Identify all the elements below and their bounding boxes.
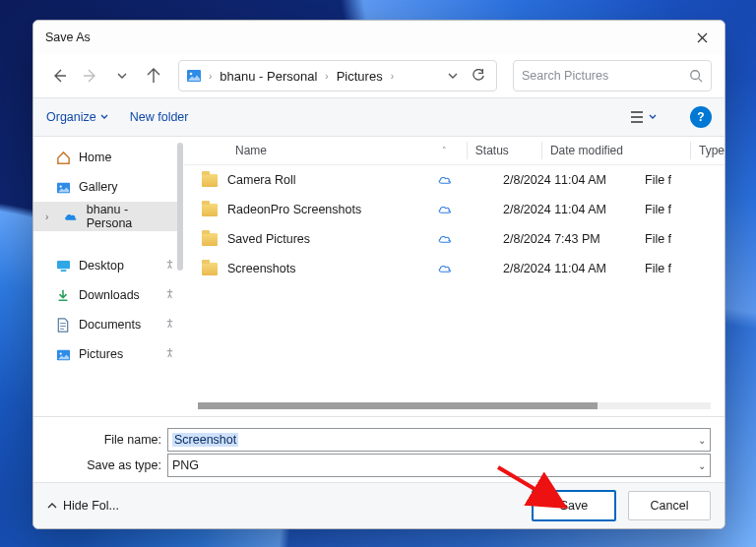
footer: Hide Fol... Save Cancel	[33, 482, 724, 528]
svg-rect-5	[57, 260, 70, 268]
onedrive-icon	[63, 209, 79, 224]
sort-ascending-icon: ˄	[442, 146, 447, 155]
svg-rect-6	[60, 270, 66, 272]
horizontal-scrollbar[interactable]	[198, 398, 711, 412]
sidebar-label: Pictures	[79, 347, 123, 361]
file-row[interactable]: Screenshots2/8/2024 11:04 AMFile f	[184, 254, 724, 283]
organize-label: Organize	[46, 110, 96, 124]
breadcrumb-root[interactable]: bhanu - Personal	[216, 67, 321, 86]
chevron-down-icon[interactable]: ⌄	[698, 435, 706, 446]
folder-icon	[202, 204, 218, 216]
sidebar-item-desktop[interactable]: Desktop	[33, 251, 183, 280]
column-type-label: Type	[699, 144, 724, 157]
file-type: File f	[645, 262, 671, 275]
sidebar-label: Downloads	[79, 288, 140, 302]
list-view-icon	[629, 110, 645, 124]
pin-icon	[164, 318, 175, 332]
file-row[interactable]: Camera Roll2/8/2024 11:04 AMFile f	[184, 165, 724, 195]
downloads-icon	[55, 287, 71, 303]
column-header-type[interactable]: Type	[691, 144, 724, 157]
column-header-date[interactable]: Date modified	[542, 144, 690, 157]
new-folder-button[interactable]: New folder	[130, 110, 189, 124]
sidebar-item-home[interactable]: Home	[33, 143, 183, 172]
file-type: File f	[645, 203, 671, 216]
cloud-status-icon	[436, 171, 454, 189]
home-icon	[55, 150, 71, 165]
new-folder-label: New folder	[130, 110, 189, 124]
sidebar-scrollbar[interactable]	[177, 143, 183, 271]
search-placeholder: Search Pictures	[522, 69, 689, 83]
help-button[interactable]: ?	[690, 106, 712, 128]
file-row[interactable]: RadeonPro Screenshots2/8/2024 11:04 AMFi…	[184, 195, 724, 224]
filename-input[interactable]: Screenshot ⌄	[167, 428, 711, 452]
savetype-select[interactable]: PNG ⌄	[167, 454, 711, 477]
refresh-button[interactable]	[467, 69, 490, 83]
scroll-thumb[interactable]	[198, 402, 598, 409]
close-button[interactable]	[679, 21, 724, 54]
view-options-button[interactable]	[629, 110, 657, 124]
breadcrumb-separator-icon: ›	[323, 71, 330, 82]
close-icon	[697, 32, 708, 43]
sidebar-item-documents[interactable]: Documents	[33, 310, 183, 339]
chevron-up-icon	[47, 501, 57, 511]
svg-point-4	[59, 185, 61, 187]
cancel-button[interactable]: Cancel	[628, 491, 711, 520]
pictures-icon	[185, 67, 203, 85]
file-list: Name ˄ Status Date modified Type Camera …	[184, 137, 724, 416]
file-name: RadeonPro Screenshots	[227, 203, 361, 216]
save-label: Save	[560, 499, 589, 513]
pictures-icon	[55, 346, 71, 362]
sidebar-label: Home	[79, 151, 111, 164]
form-area: File name: Screenshot ⌄ Save as type: PN…	[33, 416, 724, 482]
save-button[interactable]: Save	[532, 490, 616, 521]
filename-label: File name:	[33, 433, 161, 447]
column-headers: Name ˄ Status Date modified Type	[184, 137, 724, 165]
file-name: Camera Roll	[227, 173, 295, 187]
file-date: 2/8/2024 7:43 PM	[503, 232, 600, 246]
breadcrumb-separator-icon: ›	[389, 71, 396, 82]
file-rows: Camera Roll2/8/2024 11:04 AMFile fRadeon…	[184, 165, 724, 398]
column-date-label: Date modified	[550, 144, 623, 157]
back-button[interactable]	[46, 61, 72, 91]
cloud-status-icon	[436, 260, 454, 277]
column-header-name[interactable]: Name ˄	[184, 144, 467, 157]
address-dropdown-button[interactable]	[441, 71, 465, 81]
titlebar: Save As	[33, 21, 724, 54]
pin-icon	[164, 259, 175, 273]
chevron-down-icon	[448, 71, 458, 81]
caret-down-icon	[649, 113, 657, 121]
file-row[interactable]: Saved Pictures2/8/2024 7:43 PMFile f	[184, 224, 724, 254]
breadcrumb-separator-icon: ›	[207, 71, 214, 82]
search-input[interactable]: Search Pictures	[513, 60, 712, 91]
cancel-label: Cancel	[651, 499, 689, 513]
recent-locations-button[interactable]	[109, 61, 135, 91]
filename-value: Screenshot	[172, 433, 238, 447]
file-date: 2/8/2024 11:04 AM	[503, 203, 606, 216]
sidebar-item-gallery[interactable]: Gallery	[33, 172, 183, 202]
chevron-down-icon[interactable]: ⌄	[698, 460, 706, 471]
folder-icon	[202, 233, 218, 246]
sidebar-item-pictures[interactable]: Pictures	[33, 339, 183, 369]
sidebar-item-downloads[interactable]: Downloads	[33, 280, 183, 310]
help-icon: ?	[697, 110, 704, 124]
caret-down-icon	[100, 113, 108, 121]
address-bar[interactable]: › bhanu - Personal › Pictures ›	[178, 60, 497, 91]
toolbar: Organize New folder ?	[33, 97, 724, 137]
forward-button[interactable]	[78, 61, 103, 91]
organize-button[interactable]: Organize	[46, 110, 108, 124]
cloud-status-icon	[436, 201, 454, 218]
folder-icon	[202, 263, 218, 275]
breadcrumb-folder[interactable]: Pictures	[333, 67, 387, 86]
hide-folders-button[interactable]: Hide Fol...	[47, 499, 119, 513]
desktop-icon	[55, 258, 71, 274]
window-title: Save As	[45, 30, 91, 44]
scroll-track	[198, 402, 711, 409]
up-button[interactable]	[141, 61, 166, 91]
file-name: Screenshots	[227, 262, 295, 275]
column-header-status[interactable]: Status	[468, 144, 541, 157]
body: Home Gallery › bhanu - Persona	[33, 137, 724, 416]
sidebar-item-onedrive[interactable]: › bhanu - Persona	[33, 202, 183, 231]
file-date: 2/8/2024 11:04 AM	[503, 262, 606, 275]
svg-point-8	[59, 352, 61, 354]
hide-folders-label: Hide Fol...	[63, 499, 119, 513]
